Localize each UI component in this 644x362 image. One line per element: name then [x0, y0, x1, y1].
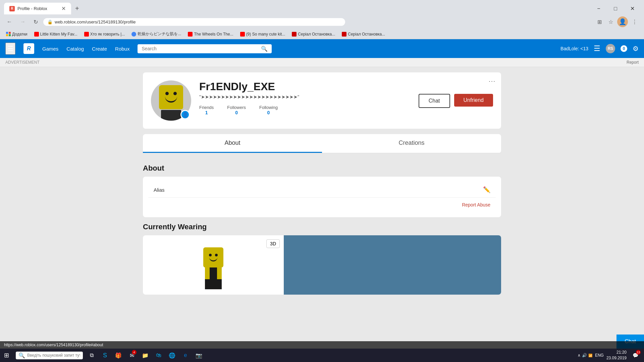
- friends-stat[interactable]: Friends 1: [199, 105, 214, 115]
- taskbar-up-arrow[interactable]: ∧: [578, 353, 581, 358]
- profile-avatar-btn[interactable]: 👤: [617, 16, 628, 27]
- 3d-toggle-btn[interactable]: 3D: [266, 239, 280, 248]
- search-input[interactable]: [142, 46, 258, 51]
- alias-label: Alias: [154, 187, 165, 193]
- taskbar-clock[interactable]: 21:20 23.09.2019: [606, 350, 627, 361]
- report-abuse-row: Report Abuse: [148, 198, 496, 212]
- premium-icon[interactable]: RS: [606, 44, 615, 53]
- address-bar[interactable]: 🔒 web.roblox.com/users/1254189130/profil…: [43, 18, 345, 26]
- taskbar-chrome[interactable]: 🌐: [166, 349, 178, 362]
- followers-count: 0: [227, 110, 246, 115]
- bookmark-2[interactable]: Хто як говорить |...: [82, 31, 127, 37]
- taskbar-search-input[interactable]: [27, 353, 80, 358]
- taskbar-notifications[interactable]: 💬 13: [629, 349, 641, 362]
- status-bar: https://web.roblox.com/users/1254189130/…: [0, 341, 644, 349]
- following-count: 0: [259, 110, 278, 115]
- taskbar-sys-icons: ∧ 🔊 📶: [578, 353, 592, 358]
- avatar-eye-left: [165, 92, 169, 95]
- search-icon[interactable]: 🔍: [261, 46, 268, 52]
- bookmarks-bar: Додатки Little Kitten My Fav... Хто як г…: [0, 29, 644, 39]
- bookmark-6[interactable]: Серіал Остановка...: [290, 31, 337, 37]
- nav-robux[interactable]: Robux: [115, 46, 129, 52]
- chat-nav-icon[interactable]: ☰: [594, 44, 600, 53]
- nav-catalog[interactable]: Catalog: [66, 46, 84, 52]
- nav-username: BadLole: <13: [560, 46, 588, 51]
- tab-about[interactable]: About: [143, 134, 322, 153]
- profile-actions: Chat Unfriend: [419, 80, 493, 108]
- edit-alias-icon[interactable]: ✏️: [483, 186, 490, 193]
- taskbar-skype[interactable]: S: [99, 349, 111, 362]
- taskbar-files[interactable]: 📁: [139, 349, 151, 362]
- taskbar-store[interactable]: 🛍: [153, 349, 165, 362]
- following-stat[interactable]: Following 0: [259, 105, 278, 115]
- nav-links: Games Catalog Create Robux: [42, 46, 129, 52]
- taskbar-edge[interactable]: e: [179, 349, 192, 362]
- friends-count: 1: [199, 110, 214, 115]
- bookmark-3[interactable]: 乾燥からピンチな肌を...: [129, 31, 183, 38]
- taskbar-volume[interactable]: 🔊: [582, 353, 587, 358]
- roblox-logo[interactable]: R: [23, 43, 34, 54]
- settings-btn[interactable]: ⋮: [629, 17, 640, 26]
- about-title: About: [143, 159, 501, 177]
- browser-tab[interactable]: R Profile - Roblox ✕: [4, 3, 71, 14]
- notification-badge[interactable]: 0: [621, 45, 627, 52]
- chat-btn[interactable]: Chat: [419, 94, 450, 108]
- taskbar-camera[interactable]: 📷: [193, 349, 205, 362]
- taskbar-search[interactable]: 🔍: [16, 352, 83, 359]
- forward-btn[interactable]: →: [17, 17, 28, 26]
- tab-creations[interactable]: Creations: [322, 134, 501, 153]
- wearing-preview: 3D: [143, 235, 284, 295]
- bookmark-1[interactable]: Little Kitten My Fav...: [32, 31, 79, 37]
- avatar-eyes: [165, 92, 177, 95]
- avatar-torso: [161, 110, 181, 121]
- online-icon: 👤: [182, 112, 188, 117]
- settings-nav-icon[interactable]: ⚙: [633, 45, 639, 53]
- roblox-navbar: ☰ R Games Catalog Create Robux 🔍 BadLole…: [0, 39, 644, 58]
- avatar-head: [159, 85, 183, 109]
- nav-games[interactable]: Games: [42, 46, 58, 52]
- profile-stats: Friends 1 Followers 0 Following 0: [199, 105, 411, 115]
- secure-icon: 🔒: [47, 19, 53, 24]
- more-options-btn[interactable]: ···: [489, 78, 496, 85]
- bookmark-apps[interactable]: Додатки: [4, 31, 30, 37]
- minimize-btn[interactable]: −: [591, 3, 606, 14]
- friends-label: Friends: [199, 105, 214, 110]
- wearing-char-head: [203, 247, 223, 267]
- wearing-char-arms: [205, 267, 222, 279]
- report-abuse-link[interactable]: Report Abuse: [462, 202, 490, 207]
- taskbar-network[interactable]: 📶: [588, 354, 592, 357]
- taskbar-gift[interactable]: 🎁: [112, 349, 124, 362]
- followers-stat[interactable]: Followers 0: [227, 105, 246, 115]
- avatar-eye-right: [173, 92, 177, 95]
- tab-favicon: R: [9, 6, 15, 11]
- maximize-btn[interactable]: □: [608, 3, 623, 14]
- close-btn[interactable]: ✕: [625, 3, 640, 14]
- bookmark-btn[interactable]: ☆: [606, 17, 616, 26]
- windows-taskbar: ⊞ 🔍 ⧉ S 🎁 ✉ 4 📁 🛍 🌐 e 📷: [0, 349, 644, 362]
- bookmark-5[interactable]: (9) So many cute kit...: [238, 31, 287, 37]
- nav-create[interactable]: Create: [92, 46, 107, 52]
- unfriend-btn[interactable]: Unfriend: [454, 94, 493, 107]
- bookmark-4[interactable]: The Wheels On The...: [186, 31, 235, 37]
- wearing-char-legs: [205, 279, 222, 289]
- taskbar-mail[interactable]: ✉ 4: [126, 349, 138, 362]
- following-label: Following: [259, 105, 278, 110]
- tabs-header: About Creations: [143, 134, 501, 153]
- wearing-items-panel: [284, 235, 501, 295]
- translate-btn[interactable]: ⊞: [595, 17, 604, 26]
- tabs-container: About Creations: [143, 134, 501, 153]
- taskbar-icons: ⧉ S 🎁 ✉ 4 📁 🛍 🌐 e 📷: [86, 349, 205, 362]
- refresh-btn[interactable]: ↻: [31, 17, 41, 26]
- online-indicator: 👤: [180, 110, 190, 119]
- search-box[interactable]: 🔍: [138, 44, 272, 53]
- back-btn[interactable]: ←: [4, 17, 15, 26]
- bookmark-7[interactable]: Серіал Остановка...: [340, 31, 387, 37]
- taskbar-task-view[interactable]: ⧉: [86, 349, 98, 362]
- taskbar-search-icon: 🔍: [18, 352, 25, 359]
- new-tab-btn[interactable]: +: [72, 3, 82, 14]
- tab-close-btn[interactable]: ✕: [61, 5, 66, 12]
- start-btn[interactable]: ⊞: [0, 349, 13, 362]
- report-link[interactable]: Report: [627, 60, 639, 65]
- url-display: web.roblox.com/users/1254189130/profile: [55, 19, 341, 24]
- hamburger-menu[interactable]: ☰: [5, 43, 15, 55]
